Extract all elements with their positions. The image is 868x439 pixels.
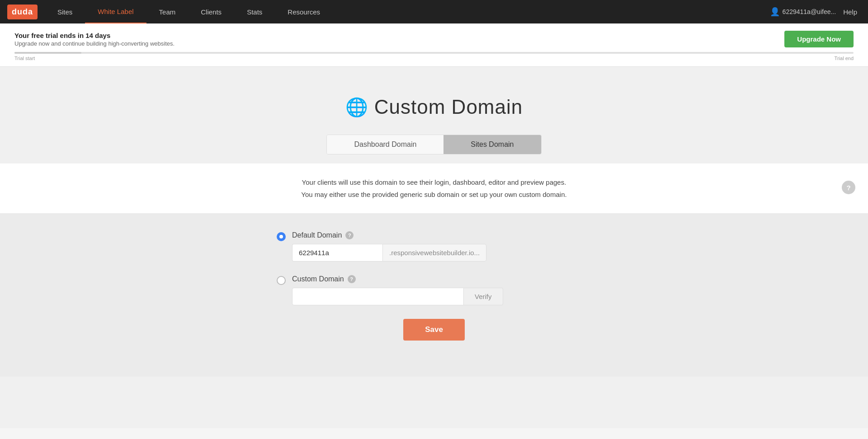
default-domain-input[interactable] bbox=[292, 244, 382, 262]
nav-item-clients[interactable]: Clients bbox=[188, 0, 234, 23]
tab-sites-domain[interactable]: Sites Domain bbox=[443, 135, 541, 154]
nav-help[interactable]: Help bbox=[843, 8, 857, 16]
custom-domain-help-icon[interactable]: ? bbox=[348, 275, 356, 283]
trial-end-label: Trial end bbox=[835, 56, 854, 61]
custom-domain-label: Custom Domain bbox=[292, 275, 344, 283]
nav-item-resources[interactable]: Resources bbox=[275, 0, 333, 23]
upgrade-button[interactable]: Upgrade Now bbox=[784, 31, 854, 47]
nav-right: 👤 6229411a@uifee... Help bbox=[770, 7, 868, 17]
trial-subtitle: Upgrade now and continue building high-c… bbox=[14, 40, 175, 47]
description-line1: Your clients will use this domain to see… bbox=[0, 176, 868, 188]
logo[interactable]: duda bbox=[7, 5, 38, 19]
trial-title: Your free trial ends in 14 days bbox=[14, 32, 175, 39]
nav-item-stats[interactable]: Stats bbox=[234, 0, 275, 23]
save-row: Save bbox=[277, 319, 591, 341]
description-area: Your clients will use this domain to see… bbox=[0, 163, 868, 213]
trial-progress-bar bbox=[14, 52, 854, 54]
default-domain-radio[interactable] bbox=[277, 232, 286, 241]
user-icon: 👤 bbox=[770, 7, 780, 17]
nav-bar: duda Sites White Label Team Clients Stat… bbox=[0, 0, 868, 23]
globe-icon: 🌐 bbox=[345, 97, 368, 118]
tab-wrap: Dashboard Domain Sites Domain bbox=[326, 135, 541, 154]
custom-domain-option: Custom Domain ? Verify bbox=[277, 275, 591, 305]
tab-dashboard-domain[interactable]: Dashboard Domain bbox=[327, 135, 443, 154]
nav-items: Sites White Label Team Clients Stats Res… bbox=[45, 0, 770, 23]
verify-button[interactable]: Verify bbox=[464, 288, 503, 305]
default-domain-option: Default Domain ? .responsivewebsitebuild… bbox=[277, 231, 591, 262]
trial-start-label: Trial start bbox=[14, 56, 35, 61]
help-circle-button[interactable]: ? bbox=[842, 181, 855, 194]
default-domain-suffix: .responsivewebsitebuilder.io... bbox=[382, 244, 486, 262]
page-title: Custom Domain bbox=[374, 96, 523, 118]
trial-banner: Your free trial ends in 14 days Upgrade … bbox=[0, 23, 868, 67]
nav-item-sites[interactable]: Sites bbox=[45, 0, 85, 23]
nav-item-white-label[interactable]: White Label bbox=[85, 0, 146, 23]
custom-domain-field-row: Verify bbox=[292, 288, 503, 305]
nav-item-team[interactable]: Team bbox=[146, 0, 189, 23]
tab-bar: Dashboard Domain Sites Domain bbox=[0, 135, 868, 154]
save-button[interactable]: Save bbox=[403, 319, 465, 341]
description-line2: You may either use the provided generic … bbox=[0, 188, 868, 201]
main-content: 🌐 Custom Domain Dashboard Domain Sites D… bbox=[0, 67, 868, 428]
default-domain-field-row: .responsivewebsitebuilder.io... bbox=[292, 244, 486, 262]
custom-domain-input[interactable] bbox=[292, 288, 464, 305]
nav-user[interactable]: 👤 6229411a@uifee... bbox=[770, 7, 836, 17]
default-domain-help-icon[interactable]: ? bbox=[345, 231, 354, 239]
domain-section: Default Domain ? .responsivewebsitebuild… bbox=[0, 213, 868, 377]
page-header: 🌐 Custom Domain bbox=[0, 85, 868, 126]
default-domain-label: Default Domain bbox=[292, 231, 342, 239]
user-email: 6229411a@uifee... bbox=[783, 8, 836, 15]
custom-domain-radio[interactable] bbox=[277, 276, 286, 285]
